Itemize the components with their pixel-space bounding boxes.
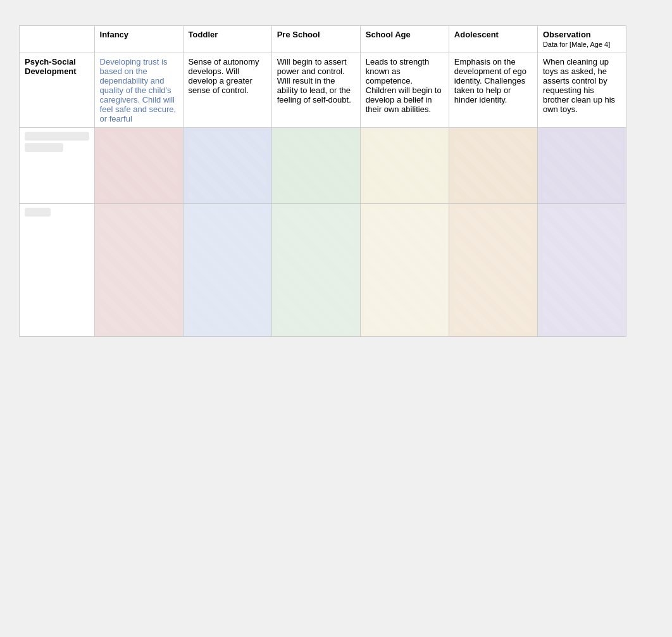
observation-image-2 — [537, 204, 626, 337]
blurred-label-row2 — [20, 204, 95, 337]
preschool-image-1 — [271, 128, 360, 204]
header-infancy: Infancy — [94, 26, 183, 53]
image-row-1 — [20, 128, 626, 204]
psych-social-label: Psych-Social Development — [20, 53, 95, 128]
adolescent-text-cell: Emphasis on the development of ego ident… — [449, 53, 537, 128]
toddler-text-cell: Sense of autonomy develops. Will develop… — [183, 53, 271, 128]
adolescent-img-placeholder-2 — [454, 208, 532, 332]
preschool-image-2 — [271, 204, 360, 337]
schoolage-image-1 — [360, 128, 449, 204]
observation-subheader: Data for [Male, Age 4] — [543, 41, 610, 48]
blurred-label-row1 — [20, 128, 95, 204]
infancy-text-cell: Developing trust is based on the dependa… — [94, 53, 183, 128]
infancy-img-placeholder-1 — [100, 132, 178, 199]
infancy-img-placeholder-2 — [100, 208, 178, 332]
adolescent-image-2 — [449, 204, 537, 337]
blurred-text-3 — [25, 208, 51, 217]
blurred-text-2 — [25, 143, 63, 152]
observation-text-cell: When cleaning up toys as asked, he asser… — [537, 53, 626, 128]
infancy-image-2 — [94, 204, 183, 337]
header-col0 — [20, 26, 95, 53]
page-wrapper: Infancy Toddler Pre School School Age Ad… — [0, 0, 672, 362]
main-table: Infancy Toddler Pre School School Age Ad… — [19, 25, 626, 337]
observation-img-placeholder-2 — [543, 208, 621, 332]
observation-img-placeholder-1 — [543, 132, 621, 199]
psych-social-row: Psych-Social Development Developing trus… — [20, 53, 626, 128]
header-schoolage: School Age — [360, 26, 449, 53]
adolescent-img-placeholder-1 — [454, 132, 532, 199]
schoolage-text-cell: Leads to strength known as competence. C… — [360, 53, 449, 128]
header-toddler: Toddler — [183, 26, 271, 53]
header-row: Infancy Toddler Pre School School Age Ad… — [20, 26, 626, 53]
observation-image-1 — [537, 128, 626, 204]
header-adolescent: Adolescent — [449, 26, 537, 53]
schoolage-image-2 — [360, 204, 449, 337]
header-observation: Observation Data for [Male, Age 4] — [537, 26, 626, 53]
preschool-text-cell: Will begin to assert power and control. … — [271, 53, 360, 128]
toddler-img-placeholder-1 — [189, 132, 266, 199]
toddler-image-1 — [183, 128, 271, 204]
header-preschool: Pre School — [271, 26, 360, 53]
infancy-image-1 — [94, 128, 183, 204]
toddler-image-2 — [183, 204, 271, 337]
blurred-text-1 — [25, 132, 89, 141]
adolescent-image-1 — [449, 128, 537, 204]
preschool-img-placeholder-1 — [277, 132, 355, 199]
toddler-img-placeholder-2 — [189, 208, 266, 332]
schoolage-img-placeholder-1 — [366, 132, 444, 199]
image-row-2 — [20, 204, 626, 337]
preschool-img-placeholder-2 — [277, 208, 355, 332]
schoolage-img-placeholder-2 — [366, 208, 444, 332]
